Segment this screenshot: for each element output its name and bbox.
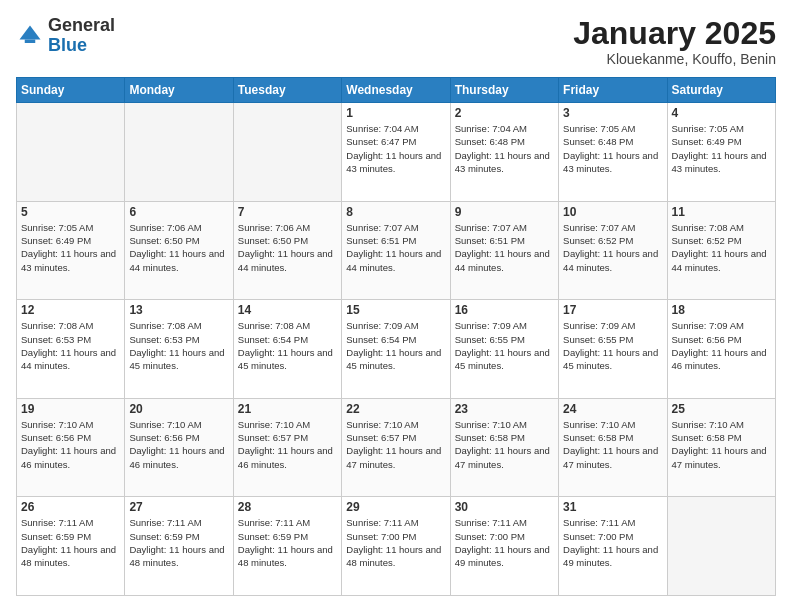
day-info: Sunrise: 7:05 AMSunset: 6:48 PMDaylight:… [563, 123, 658, 174]
day-number: 7 [238, 205, 337, 219]
day-info: Sunrise: 7:08 AMSunset: 6:54 PMDaylight:… [238, 320, 333, 371]
logo-icon [16, 22, 44, 50]
day-number: 28 [238, 500, 337, 514]
day-info: Sunrise: 7:07 AMSunset: 6:52 PMDaylight:… [563, 222, 658, 273]
calendar-day-cell: 11Sunrise: 7:08 AMSunset: 6:52 PMDayligh… [667, 201, 775, 300]
calendar-day-cell: 13Sunrise: 7:08 AMSunset: 6:53 PMDayligh… [125, 300, 233, 399]
calendar-day-cell: 31Sunrise: 7:11 AMSunset: 7:00 PMDayligh… [559, 497, 667, 596]
calendar-day-cell: 17Sunrise: 7:09 AMSunset: 6:55 PMDayligh… [559, 300, 667, 399]
day-number: 14 [238, 303, 337, 317]
calendar-day-header: Saturday [667, 78, 775, 103]
day-number: 9 [455, 205, 554, 219]
day-info: Sunrise: 7:09 AMSunset: 6:54 PMDaylight:… [346, 320, 441, 371]
day-number: 15 [346, 303, 445, 317]
calendar-day-cell: 7Sunrise: 7:06 AMSunset: 6:50 PMDaylight… [233, 201, 341, 300]
svg-rect-1 [25, 39, 36, 43]
calendar-day-cell: 30Sunrise: 7:11 AMSunset: 7:00 PMDayligh… [450, 497, 558, 596]
calendar-day-cell: 23Sunrise: 7:10 AMSunset: 6:58 PMDayligh… [450, 398, 558, 497]
calendar-day-cell: 4Sunrise: 7:05 AMSunset: 6:49 PMDaylight… [667, 103, 775, 202]
day-info: Sunrise: 7:11 AMSunset: 6:59 PMDaylight:… [21, 517, 116, 568]
day-number: 10 [563, 205, 662, 219]
day-number: 2 [455, 106, 554, 120]
day-info: Sunrise: 7:11 AMSunset: 6:59 PMDaylight:… [129, 517, 224, 568]
day-number: 4 [672, 106, 771, 120]
calendar-day-cell: 12Sunrise: 7:08 AMSunset: 6:53 PMDayligh… [17, 300, 125, 399]
day-info: Sunrise: 7:04 AMSunset: 6:47 PMDaylight:… [346, 123, 441, 174]
day-number: 24 [563, 402, 662, 416]
calendar-day-cell: 25Sunrise: 7:10 AMSunset: 6:58 PMDayligh… [667, 398, 775, 497]
calendar-table: SundayMondayTuesdayWednesdayThursdayFrid… [16, 77, 776, 596]
calendar-day-header: Wednesday [342, 78, 450, 103]
day-info: Sunrise: 7:11 AMSunset: 6:59 PMDaylight:… [238, 517, 333, 568]
day-number: 19 [21, 402, 120, 416]
calendar-week-row: 1Sunrise: 7:04 AMSunset: 6:47 PMDaylight… [17, 103, 776, 202]
day-number: 21 [238, 402, 337, 416]
day-info: Sunrise: 7:10 AMSunset: 6:58 PMDaylight:… [672, 419, 767, 470]
calendar-day-cell: 24Sunrise: 7:10 AMSunset: 6:58 PMDayligh… [559, 398, 667, 497]
calendar-day-cell [233, 103, 341, 202]
day-info: Sunrise: 7:07 AMSunset: 6:51 PMDaylight:… [455, 222, 550, 273]
calendar-day-cell: 16Sunrise: 7:09 AMSunset: 6:55 PMDayligh… [450, 300, 558, 399]
calendar-day-header: Sunday [17, 78, 125, 103]
calendar-day-cell [667, 497, 775, 596]
calendar-day-cell: 29Sunrise: 7:11 AMSunset: 7:00 PMDayligh… [342, 497, 450, 596]
calendar-day-cell: 15Sunrise: 7:09 AMSunset: 6:54 PMDayligh… [342, 300, 450, 399]
calendar-week-row: 5Sunrise: 7:05 AMSunset: 6:49 PMDaylight… [17, 201, 776, 300]
day-info: Sunrise: 7:06 AMSunset: 6:50 PMDaylight:… [238, 222, 333, 273]
day-info: Sunrise: 7:11 AMSunset: 7:00 PMDaylight:… [346, 517, 441, 568]
day-info: Sunrise: 7:10 AMSunset: 6:56 PMDaylight:… [21, 419, 116, 470]
calendar-day-cell: 28Sunrise: 7:11 AMSunset: 6:59 PMDayligh… [233, 497, 341, 596]
logo: General Blue [16, 16, 115, 56]
day-number: 16 [455, 303, 554, 317]
day-number: 8 [346, 205, 445, 219]
calendar-day-header: Monday [125, 78, 233, 103]
calendar-day-cell: 8Sunrise: 7:07 AMSunset: 6:51 PMDaylight… [342, 201, 450, 300]
day-info: Sunrise: 7:05 AMSunset: 6:49 PMDaylight:… [672, 123, 767, 174]
calendar-day-cell: 27Sunrise: 7:11 AMSunset: 6:59 PMDayligh… [125, 497, 233, 596]
logo-general-text: General [48, 15, 115, 35]
calendar-day-cell: 2Sunrise: 7:04 AMSunset: 6:48 PMDaylight… [450, 103, 558, 202]
day-info: Sunrise: 7:04 AMSunset: 6:48 PMDaylight:… [455, 123, 550, 174]
calendar-week-row: 12Sunrise: 7:08 AMSunset: 6:53 PMDayligh… [17, 300, 776, 399]
calendar-day-cell: 5Sunrise: 7:05 AMSunset: 6:49 PMDaylight… [17, 201, 125, 300]
day-info: Sunrise: 7:08 AMSunset: 6:53 PMDaylight:… [129, 320, 224, 371]
calendar-header-row: SundayMondayTuesdayWednesdayThursdayFrid… [17, 78, 776, 103]
day-number: 23 [455, 402, 554, 416]
day-info: Sunrise: 7:05 AMSunset: 6:49 PMDaylight:… [21, 222, 116, 273]
calendar-week-row: 26Sunrise: 7:11 AMSunset: 6:59 PMDayligh… [17, 497, 776, 596]
day-number: 12 [21, 303, 120, 317]
calendar-day-header: Tuesday [233, 78, 341, 103]
day-number: 26 [21, 500, 120, 514]
logo-text: General Blue [48, 16, 115, 56]
calendar-day-cell: 10Sunrise: 7:07 AMSunset: 6:52 PMDayligh… [559, 201, 667, 300]
calendar-day-cell: 20Sunrise: 7:10 AMSunset: 6:56 PMDayligh… [125, 398, 233, 497]
day-number: 11 [672, 205, 771, 219]
calendar-day-cell: 3Sunrise: 7:05 AMSunset: 6:48 PMDaylight… [559, 103, 667, 202]
day-number: 18 [672, 303, 771, 317]
calendar-week-row: 19Sunrise: 7:10 AMSunset: 6:56 PMDayligh… [17, 398, 776, 497]
day-number: 3 [563, 106, 662, 120]
calendar-day-header: Thursday [450, 78, 558, 103]
month-title: January 2025 [573, 16, 776, 51]
day-info: Sunrise: 7:11 AMSunset: 7:00 PMDaylight:… [455, 517, 550, 568]
day-number: 27 [129, 500, 228, 514]
calendar-day-cell: 19Sunrise: 7:10 AMSunset: 6:56 PMDayligh… [17, 398, 125, 497]
calendar-day-cell: 26Sunrise: 7:11 AMSunset: 6:59 PMDayligh… [17, 497, 125, 596]
calendar-day-cell: 9Sunrise: 7:07 AMSunset: 6:51 PMDaylight… [450, 201, 558, 300]
calendar-day-cell: 22Sunrise: 7:10 AMSunset: 6:57 PMDayligh… [342, 398, 450, 497]
calendar-day-cell [17, 103, 125, 202]
day-info: Sunrise: 7:09 AMSunset: 6:55 PMDaylight:… [455, 320, 550, 371]
day-number: 29 [346, 500, 445, 514]
day-info: Sunrise: 7:10 AMSunset: 6:56 PMDaylight:… [129, 419, 224, 470]
day-number: 1 [346, 106, 445, 120]
day-info: Sunrise: 7:08 AMSunset: 6:52 PMDaylight:… [672, 222, 767, 273]
day-number: 6 [129, 205, 228, 219]
day-number: 25 [672, 402, 771, 416]
day-info: Sunrise: 7:10 AMSunset: 6:57 PMDaylight:… [346, 419, 441, 470]
day-number: 13 [129, 303, 228, 317]
page: General Blue January 2025 Klouekanme, Ko… [0, 0, 792, 612]
day-number: 22 [346, 402, 445, 416]
calendar-day-header: Friday [559, 78, 667, 103]
day-info: Sunrise: 7:08 AMSunset: 6:53 PMDaylight:… [21, 320, 116, 371]
calendar-day-cell: 18Sunrise: 7:09 AMSunset: 6:56 PMDayligh… [667, 300, 775, 399]
